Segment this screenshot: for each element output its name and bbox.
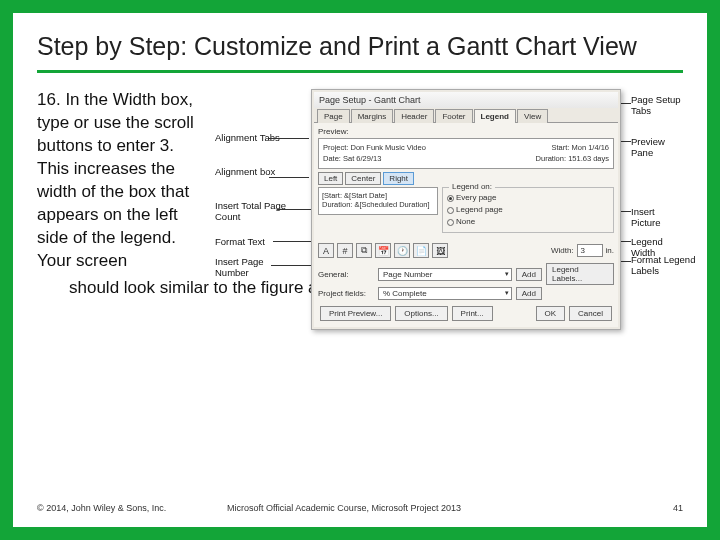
dialog-buttons: Print Preview... Options... Print... OK … bbox=[318, 302, 614, 323]
preview-project: Project: Don Funk Music Video bbox=[323, 143, 426, 154]
tab-legend[interactable]: Legend bbox=[474, 109, 516, 123]
tab-header[interactable]: Header bbox=[394, 109, 434, 123]
callout-align-box: Alignment box bbox=[215, 167, 297, 177]
radio-every-page[interactable] bbox=[447, 195, 454, 202]
legend-labels-button[interactable]: Legend Labels... bbox=[546, 263, 614, 285]
general-dropdown[interactable]: Page Number bbox=[378, 268, 512, 281]
align-left[interactable]: Left bbox=[318, 172, 343, 185]
width-label: Width: bbox=[551, 246, 574, 255]
preview-duration: Duration: 151.63 days bbox=[536, 154, 609, 165]
footer-copyright: © 2014, John Wiley & Sons, Inc. bbox=[37, 503, 166, 513]
filename-icon[interactable]: 📄 bbox=[413, 243, 429, 258]
callout-insert-picture: Insert Picture bbox=[631, 207, 683, 228]
footer-page-num: 41 bbox=[673, 503, 683, 513]
step-text: 16. In the Width box, type or use the sc… bbox=[37, 89, 207, 273]
radio-legend-page[interactable] bbox=[447, 207, 454, 214]
callout-preview-pane: Preview Pane bbox=[631, 137, 683, 158]
tab-view[interactable]: View bbox=[517, 109, 548, 123]
body-row: 16. In the Width box, type or use the sc… bbox=[37, 89, 683, 273]
total-pages-icon[interactable]: ⧉ bbox=[356, 243, 372, 258]
ok-button[interactable]: OK bbox=[536, 306, 566, 321]
project-fields-label: Project fields: bbox=[318, 289, 374, 298]
preview-date: Date: Sat 6/29/13 bbox=[323, 154, 381, 165]
align-right[interactable]: Right bbox=[383, 172, 414, 185]
slide: Step by Step: Customize and Print a Gant… bbox=[13, 13, 707, 527]
print-preview-button[interactable]: Print Preview... bbox=[320, 306, 391, 321]
picture-icon[interactable]: 🖼 bbox=[432, 243, 448, 258]
format-icon-row: A # ⧉ 📅 🕐 📄 🖼 bbox=[318, 243, 448, 258]
preview-label: Preview: bbox=[318, 127, 614, 136]
width-input[interactable]: 3 bbox=[577, 244, 603, 257]
align-center[interactable]: Center bbox=[345, 172, 381, 185]
tab-page[interactable]: Page bbox=[317, 109, 350, 123]
add-general-button[interactable]: Add bbox=[516, 268, 542, 281]
format-text-icon[interactable]: A bbox=[318, 243, 334, 258]
dialog-title: Page Setup - Gantt Chart bbox=[314, 92, 618, 108]
legend-text-box[interactable]: [Start: &[Start Date] Duration: &[Schedu… bbox=[318, 187, 438, 215]
page-number-icon[interactable]: # bbox=[337, 243, 353, 258]
dialog-body: Preview: Project: Don Funk Music Video S… bbox=[314, 123, 618, 327]
callout-legend-labels: Format Legend Labels bbox=[631, 255, 711, 276]
step-body: In the Width box, type or use the scroll… bbox=[37, 90, 194, 270]
print-button[interactable]: Print... bbox=[452, 306, 493, 321]
options-button[interactable]: Options... bbox=[395, 306, 447, 321]
callout-total-pages: Insert Total Page Count bbox=[215, 201, 297, 222]
page-setup-dialog: Page Setup - Gantt Chart Page Margins He… bbox=[311, 89, 621, 330]
footer: © 2014, John Wiley & Sons, Inc. Microsof… bbox=[37, 503, 683, 513]
width-unit: in. bbox=[606, 246, 614, 255]
slide-title: Step by Step: Customize and Print a Gant… bbox=[37, 31, 683, 73]
tab-margins[interactable]: Margins bbox=[351, 109, 393, 123]
preview-start: Start: Mon 1/4/16 bbox=[551, 143, 609, 154]
step-number: 16. bbox=[37, 90, 61, 109]
preview-pane: Project: Don Funk Music Video Start: Mon… bbox=[318, 138, 614, 169]
callout-page-num: Insert Page Number bbox=[215, 257, 297, 278]
dialog-tabs: Page Margins Header Footer Legend View bbox=[314, 108, 618, 123]
legend-on-label: Legend on: bbox=[449, 182, 495, 191]
callout-page-setup-tabs: Page Setup Tabs bbox=[631, 95, 701, 116]
radio-none[interactable] bbox=[447, 219, 454, 226]
tab-footer[interactable]: Footer bbox=[435, 109, 472, 123]
time-icon[interactable]: 🕐 bbox=[394, 243, 410, 258]
callout-format-text: Format Text bbox=[215, 237, 265, 247]
footer-course: Microsoft Official Academic Course, Micr… bbox=[227, 503, 461, 513]
figure: Alignment Tabs Alignment box Insert Tota… bbox=[221, 89, 683, 273]
date-icon[interactable]: 📅 bbox=[375, 243, 391, 258]
project-fields-dropdown[interactable]: % Complete bbox=[378, 287, 512, 300]
general-label: General: bbox=[318, 270, 374, 279]
cancel-button[interactable]: Cancel bbox=[569, 306, 612, 321]
add-project-button[interactable]: Add bbox=[516, 287, 542, 300]
